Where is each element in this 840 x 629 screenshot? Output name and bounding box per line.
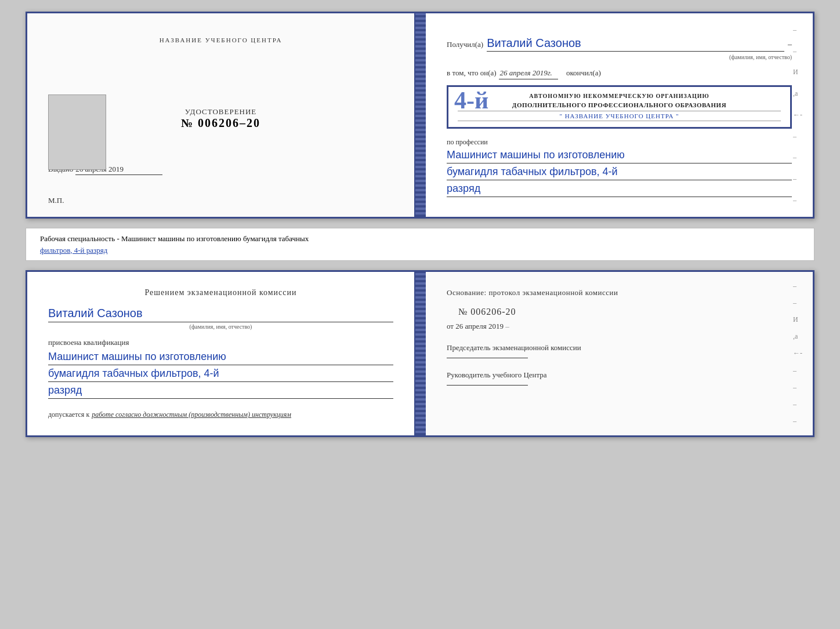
person-sub: (фамилия, имя, отчество) <box>48 323 393 330</box>
side-marks-top: – – И ,а ←- – – – – <box>793 13 802 217</box>
date-line: в том, что он(а) 26 апреля 2019г. окончи… <box>447 68 792 79</box>
qualification-label: присвоена квалификация <box>48 338 393 347</box>
spine-bottom <box>415 272 426 435</box>
side-dash: – <box>793 26 802 34</box>
mp-label: М.П. <box>48 196 64 205</box>
side-dash: – <box>793 153 802 162</box>
qualification-value: Машинист машины по изготовлению бумагидл… <box>48 351 393 399</box>
side-dash: ,а <box>793 332 802 341</box>
side-dash: – <box>793 299 802 307</box>
photo-placeholder <box>48 94 106 170</box>
profession-line3: разряд <box>447 183 792 197</box>
side-dash: – <box>793 47 802 56</box>
stamp-line2: ДОПОЛНИТЕЛЬНОГО ПРОФЕССИОНАЛЬНОГО ОБРАЗО… <box>458 101 781 108</box>
side-dash: ←- <box>793 349 802 358</box>
recipient-name: Виталий Сазонов <box>487 37 784 52</box>
allows-label-text: допускается к <box>48 410 89 419</box>
profession-label: по профессии <box>447 138 792 147</box>
cert-title: НАЗВАНИЕ УЧЕБНОГО ЦЕНТРА <box>48 37 393 43</box>
side-dash: – <box>793 400 802 409</box>
protocol-number: № 006206-20 <box>447 307 792 317</box>
profession-value: Машинист машины по изготовлению бумагидл… <box>447 149 792 197</box>
date-prefix: в том, что он(а) <box>447 68 497 78</box>
top-cert-left: НАЗВАНИЕ УЧЕБНОГО ЦЕНТРА УДОСТОВЕРЕНИЕ №… <box>27 13 415 217</box>
stamp-line1: АВТОНОМНУЮ НЕКОММЕРЧЕСКУЮ ОРГАНИЗАЦИЮ <box>458 93 781 99</box>
allows-value: работе согласно должностным (производств… <box>92 410 291 419</box>
director-label: Руководитель учебного Центра <box>447 370 792 386</box>
stamp-line3: " НАЗВАНИЕ УЧЕБНОГО ЦЕНТРА " <box>458 111 781 121</box>
chairman-signature-line <box>447 358 528 358</box>
label-section: Рабочая специальность - Машинист машины … <box>26 228 814 261</box>
qual-line1: Машинист машины по изготовлению <box>48 351 393 365</box>
recipient-line: Получил(а) Виталий Сазонов – <box>447 37 792 52</box>
date-value: 26 апреля 2019г. <box>499 68 558 79</box>
side-dash: – <box>793 132 802 141</box>
stamp-number: 4-й <box>454 88 488 112</box>
side-dash: ←- <box>793 111 802 119</box>
label-underline: фильтров, 4-й разряд <box>40 246 107 254</box>
bottom-cert-left: Решением экзаменационной комиссии Витали… <box>27 272 415 435</box>
bottom-cert-right: Основание: протокол экзаменационной коми… <box>426 272 813 435</box>
top-certificate: НАЗВАНИЕ УЧЕБНОГО ЦЕНТРА УДОСТОВЕРЕНИЕ №… <box>26 12 814 219</box>
protocol-dash: – <box>505 322 509 330</box>
top-cert-right: Получил(а) Виталий Сазонов – (фамилия, и… <box>426 13 813 217</box>
recipient-sub: (фамилия, имя, отчество) <box>447 54 792 60</box>
protocol-date: от 26 апреля 2019 – <box>447 322 792 331</box>
label-text: Рабочая специальность - Машинист машины … <box>40 234 309 243</box>
bottom-certificate: Решением экзаменационной комиссии Витали… <box>26 270 814 437</box>
basis-label: Основание: протокол экзаменационной коми… <box>447 288 792 297</box>
protocol-date-value: 26 апреля 2019 <box>455 322 504 330</box>
qual-line3: разряд <box>48 384 393 399</box>
okonchil-label: окончил(a) <box>566 68 601 78</box>
side-dash: – <box>793 383 802 392</box>
side-marks-bottom: – – И ,а ←- – – – – <box>793 272 802 435</box>
side-dash: ,а <box>793 89 802 98</box>
profession-line2: бумагидля табачных фильтров, 4-й <box>447 166 792 180</box>
side-dash: И <box>793 315 802 324</box>
side-dash: – <box>793 366 802 375</box>
spine-top <box>415 13 426 217</box>
chairman-label: Председатель экзаменационной комиссии <box>447 343 792 358</box>
side-dash: – <box>793 174 802 183</box>
side-dash: И <box>793 68 802 77</box>
protocol-num-value: № 006206-20 <box>458 307 516 317</box>
protocol-date-prefix: от <box>447 322 454 330</box>
person-name: Виталий Сазонов <box>48 307 393 322</box>
side-dash: – <box>793 196 802 205</box>
decision-title: Решением экзаменационной комиссии <box>48 288 393 297</box>
stamp-block: 4-й АВТОНОМНУЮ НЕКОММЕРЧЕСКУЮ ОРГАНИЗАЦИ… <box>447 85 792 129</box>
qual-line2: бумагидля табачных фильтров, 4-й <box>48 368 393 382</box>
profession-line1: Машинист машины по изготовлению <box>447 149 792 163</box>
director-signature-line <box>447 385 528 386</box>
side-dash: – <box>793 417 802 426</box>
recipient-label: Получил(а) <box>447 40 483 49</box>
allows-line: допускается к работе согласно должностны… <box>48 410 393 419</box>
side-dash: – <box>793 282 802 290</box>
